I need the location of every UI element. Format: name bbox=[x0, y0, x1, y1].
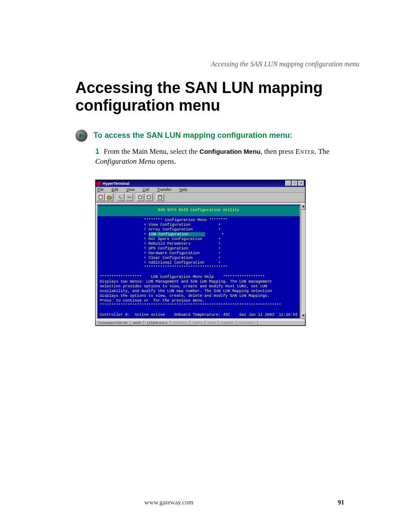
svg-rect-3 bbox=[147, 196, 150, 199]
terminal-banner: 840 SATA RAID Configuration Utility bbox=[97, 205, 300, 216]
titlebar: HyperTerminal _ □ × bbox=[96, 180, 305, 187]
app-icon bbox=[97, 181, 101, 186]
step-text-a: From the Main Menu, select the bbox=[104, 147, 199, 156]
menu-view[interactable]: View bbox=[126, 187, 138, 192]
tb-open-icon[interactable] bbox=[106, 193, 113, 201]
scroll-track[interactable] bbox=[301, 210, 305, 313]
status-connection: Connected 0:02:49 bbox=[96, 320, 131, 325]
step-menu-name: Configuration Menu bbox=[199, 148, 261, 155]
menu-transfer[interactable]: Transfer bbox=[157, 187, 175, 192]
play-icon bbox=[75, 130, 87, 142]
tb-hangup-icon[interactable] bbox=[125, 193, 133, 201]
maximize-button[interactable]: □ bbox=[292, 180, 298, 186]
step-text-b: , then press bbox=[261, 147, 296, 156]
svg-rect-1 bbox=[99, 196, 102, 199]
step-menu-italic: Configuration Menu bbox=[95, 157, 155, 165]
menu-edit[interactable]: Edit bbox=[112, 187, 122, 192]
status-num: NUM bbox=[205, 320, 218, 325]
running-header: Accessing the SAN LUN mapping configurat… bbox=[75, 60, 359, 68]
step-text-c: . The bbox=[314, 147, 330, 156]
page-title: Accessing the SAN LUN mapping configurat… bbox=[75, 79, 359, 115]
tb-properties-icon[interactable] bbox=[156, 193, 164, 201]
tb-receive-icon[interactable] bbox=[145, 193, 153, 201]
step-key: Enter bbox=[296, 147, 314, 156]
window-title: HyperTerminal bbox=[103, 181, 285, 186]
step-number: 1 bbox=[95, 147, 99, 156]
step-text-d: opens. bbox=[155, 157, 176, 165]
status-emulation: ANSI bbox=[131, 320, 144, 325]
status-scroll: SCROLL bbox=[171, 320, 190, 325]
menubar: File Edit View Call Transfer Help bbox=[96, 187, 305, 193]
page-number: 91 bbox=[338, 499, 344, 506]
status-printecho: Print echo bbox=[237, 320, 258, 325]
terminal-viewport: 840 SATA RAID Configuration Utility ****… bbox=[97, 204, 301, 319]
menu-call[interactable]: Call bbox=[143, 187, 153, 192]
tb-new-icon[interactable] bbox=[97, 193, 105, 201]
status-caps: CAPS bbox=[190, 320, 205, 325]
step-1: 1 From the Main Menu, select the Configu… bbox=[95, 147, 359, 167]
svg-marker-0 bbox=[79, 133, 84, 138]
scroll-down-button[interactable]: ▼ bbox=[301, 313, 305, 319]
status-capture: Capture bbox=[218, 320, 236, 325]
procedure-heading: To access the SAN LUN mapping configurat… bbox=[93, 131, 293, 140]
status-baud: 115200 8-N-1 bbox=[144, 320, 171, 325]
tb-send-icon[interactable] bbox=[137, 193, 144, 201]
minimize-button[interactable]: _ bbox=[285, 180, 291, 186]
scroll-up-button[interactable]: ▲ bbox=[301, 204, 305, 210]
toolbar bbox=[96, 193, 305, 202]
statusbar: Connected 0:02:49 ANSI 115200 8-N-1 SCRO… bbox=[96, 320, 305, 325]
hyperterminal-window: HyperTerminal _ □ × File Edit View Call … bbox=[95, 180, 305, 326]
footer-url: www.gateway.com bbox=[0, 499, 338, 506]
svg-rect-2 bbox=[139, 196, 142, 199]
menu-file[interactable]: File bbox=[97, 187, 107, 192]
vertical-scrollbar[interactable]: ▲ ▼ bbox=[301, 204, 305, 319]
menu-help[interactable]: Help bbox=[180, 187, 191, 192]
svg-rect-4 bbox=[159, 196, 162, 199]
close-button[interactable]: × bbox=[298, 180, 304, 186]
tb-call-icon[interactable] bbox=[117, 193, 125, 201]
